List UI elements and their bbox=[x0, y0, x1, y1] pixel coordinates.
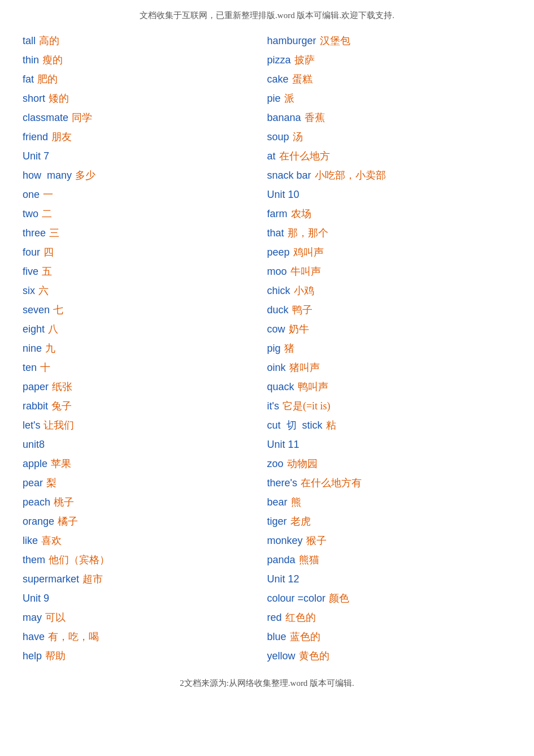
chinese-translation: 高的 bbox=[39, 32, 59, 50]
list-item: cake蛋糕 bbox=[267, 71, 512, 90]
list-item: hamburger汉堡包 bbox=[267, 32, 512, 51]
chinese-translation: 汤 bbox=[293, 128, 303, 146]
list-item: have有，吃，喝 bbox=[23, 628, 267, 647]
unit-label: Unit 10 bbox=[267, 186, 512, 205]
english-word: thin bbox=[23, 51, 39, 69]
english-word: friend bbox=[23, 128, 48, 146]
english-word: help bbox=[23, 647, 42, 665]
list-item: six六 bbox=[23, 282, 267, 301]
list-item: fat肥的 bbox=[23, 71, 267, 90]
left-column: tall高的thin瘦的fat肥的short矮的classmate同学frien… bbox=[23, 32, 267, 667]
list-item: panda熊猫 bbox=[267, 551, 512, 571]
list-item: quack鸭叫声 bbox=[267, 378, 512, 398]
list-item: bear熊 bbox=[267, 494, 512, 513]
english-word: moo bbox=[267, 263, 287, 280]
chinese-translation: 颜色 bbox=[329, 590, 349, 607]
english-word: cow bbox=[267, 321, 285, 338]
english-word: short bbox=[23, 90, 45, 107]
english-word: nine bbox=[23, 340, 42, 357]
english-word: panda bbox=[267, 551, 296, 569]
english-word: have bbox=[23, 628, 45, 646]
english-word: ten bbox=[23, 359, 37, 377]
list-item: moo牛叫声 bbox=[267, 263, 512, 282]
english-word: let's bbox=[23, 417, 40, 434]
unit-label: unit8 bbox=[23, 436, 267, 455]
english-word: pig bbox=[267, 340, 281, 357]
list-item: snack bar小吃部，小卖部 bbox=[267, 167, 512, 186]
english-word: tiger bbox=[267, 513, 287, 530]
chinese-translation: 肥的 bbox=[37, 71, 58, 88]
chinese-translation: 鸭子 bbox=[292, 301, 312, 319]
chinese-translation: 瘦的 bbox=[42, 51, 63, 69]
english-word: may bbox=[23, 609, 42, 627]
english-word: six bbox=[23, 282, 35, 300]
list-item: that那，那个 bbox=[267, 224, 512, 244]
chinese-translation: 在什么地方有 bbox=[301, 474, 362, 492]
chinese-translation: 五 bbox=[42, 263, 52, 280]
unit-label: Unit 12 bbox=[267, 571, 512, 590]
english-word: blue bbox=[267, 628, 286, 646]
english-word: snack bar bbox=[267, 167, 311, 184]
english-word: soup bbox=[267, 128, 289, 146]
list-item: red红色的 bbox=[267, 609, 512, 628]
english-word: five bbox=[23, 263, 38, 280]
unit-label: Unit 7 bbox=[23, 148, 267, 167]
chinese-translation: 那，那个 bbox=[288, 224, 328, 242]
english-word: quack bbox=[267, 378, 294, 396]
unit-en: Unit 9 bbox=[23, 590, 49, 607]
chinese-translation: 橘子 bbox=[58, 513, 78, 530]
english-word: banana bbox=[267, 109, 301, 127]
chinese-translation: 派 bbox=[284, 90, 294, 107]
list-item: five五 bbox=[23, 263, 267, 282]
chinese-translation: 四 bbox=[44, 244, 54, 261]
english-word: two bbox=[23, 205, 38, 223]
english-word: peach bbox=[23, 494, 50, 511]
list-item: soup汤 bbox=[267, 128, 512, 148]
english-word: four bbox=[23, 244, 40, 261]
chinese-translation: 喜欢 bbox=[41, 532, 62, 550]
english-word: oink bbox=[267, 359, 286, 377]
list-item: chick小鸡 bbox=[267, 282, 512, 301]
chinese-translation: 九 bbox=[45, 340, 55, 357]
list-item: there's在什么地方有 bbox=[267, 474, 512, 494]
english-word: at bbox=[267, 148, 276, 165]
english-word: farm bbox=[267, 205, 288, 223]
chinese-translation: 同学 bbox=[72, 109, 92, 127]
english-word: how many bbox=[23, 167, 72, 184]
english-word: orange bbox=[23, 513, 54, 530]
chinese-translation: 纸张 bbox=[52, 378, 72, 396]
english-word: there's bbox=[267, 474, 297, 492]
chinese-translation: 十 bbox=[40, 359, 50, 377]
list-item: thin瘦的 bbox=[23, 51, 267, 71]
chinese-translation: 有，吃，喝 bbox=[48, 628, 99, 646]
english-word: chick bbox=[267, 282, 290, 300]
list-item: it's它是(=it is) bbox=[267, 398, 512, 417]
list-item: pear梨 bbox=[23, 474, 267, 494]
list-item: short矮的 bbox=[23, 90, 267, 109]
english-word: tall bbox=[23, 32, 36, 50]
list-item: rabbit兔子 bbox=[23, 398, 267, 417]
english-word: bear bbox=[267, 494, 288, 511]
chinese-translation: 熊猫 bbox=[299, 551, 319, 569]
chinese-translation: 汉堡包 bbox=[320, 32, 350, 50]
bottom-notice: 2文档来源为:从网络收集整理.word 版本可编辑. bbox=[0, 667, 534, 694]
list-item: friend朋友 bbox=[23, 128, 267, 148]
list-item: how many多少 bbox=[23, 167, 267, 186]
english-word: pizza bbox=[267, 51, 291, 69]
list-item: ten十 bbox=[23, 359, 267, 378]
english-word: rabbit bbox=[23, 398, 48, 415]
chinese-translation: 朋友 bbox=[51, 128, 72, 146]
list-item: cut 切 stick粘 bbox=[267, 417, 512, 436]
chinese-translation: 桃子 bbox=[54, 494, 74, 511]
chinese-translation: 超市 bbox=[83, 571, 103, 588]
list-item: may可以 bbox=[23, 609, 267, 628]
unit-en: Unit 10 bbox=[267, 186, 299, 204]
unit-en: unit8 bbox=[23, 436, 45, 453]
list-item: classmate同学 bbox=[23, 109, 267, 128]
list-item: like喜欢 bbox=[23, 532, 267, 551]
list-item: farm农场 bbox=[267, 205, 512, 224]
english-word: pear bbox=[23, 474, 43, 492]
chinese-translation: 它是(=it is) bbox=[283, 398, 331, 415]
chinese-translation: 让我们 bbox=[44, 417, 74, 434]
list-item: seven七 bbox=[23, 301, 267, 321]
